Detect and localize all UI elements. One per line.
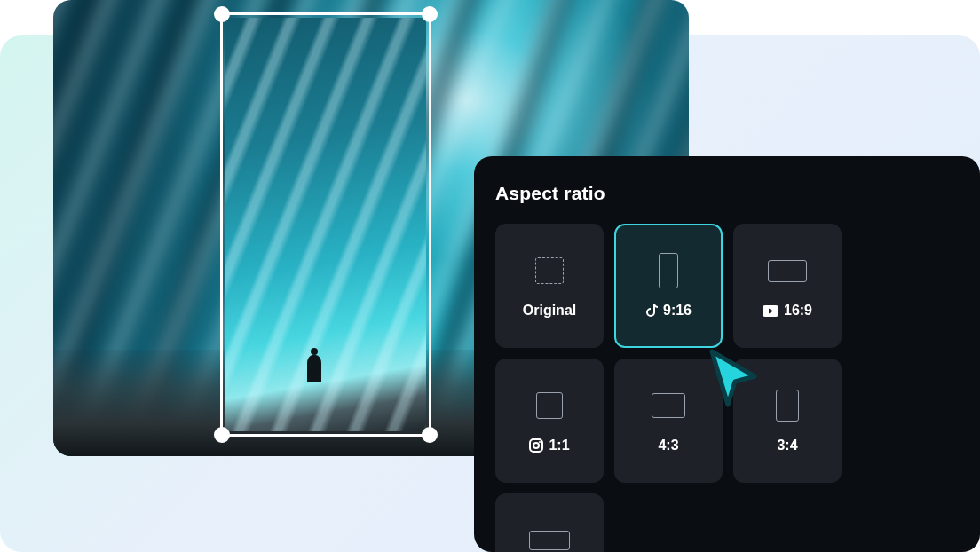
ratio-shape-preview xyxy=(652,388,685,423)
tiktok-icon xyxy=(645,304,658,318)
ratio-label-text: 9:16 xyxy=(663,303,692,319)
ratio-shape-preview xyxy=(768,253,807,288)
ratio-shape-preview xyxy=(529,523,570,552)
ratio-shape-icon xyxy=(652,393,685,418)
crop-handle-top-left[interactable] xyxy=(214,6,230,22)
ratio-label: 16:9 xyxy=(763,303,812,319)
ratio-option-1-1[interactable]: 1:1 xyxy=(495,359,604,483)
ratio-option-16-9[interactable]: 16:9 xyxy=(733,224,842,348)
ratio-shape-preview xyxy=(535,253,564,288)
crop-preview-content xyxy=(225,18,426,431)
ratio-option-4-3[interactable]: 4:3 xyxy=(614,359,723,483)
ratio-shape-icon xyxy=(529,531,570,550)
ratio-label: 3:4 xyxy=(777,438,797,453)
svg-rect-1 xyxy=(530,439,542,452)
youtube-icon xyxy=(763,305,778,317)
ratio-label: 4:3 xyxy=(658,438,678,453)
ratio-shape-icon xyxy=(659,253,678,288)
ratio-option-3-4[interactable]: 3:4 xyxy=(733,359,842,483)
ratio-option-original[interactable]: Original xyxy=(495,224,604,348)
aspect-ratio-panel: Aspect ratio Original9:1616:91:14:33:42:… xyxy=(474,156,980,552)
ratio-shape-icon xyxy=(776,390,799,422)
ratio-shape-icon xyxy=(768,260,807,282)
crop-handle-bottom-right[interactable] xyxy=(422,427,438,443)
ratio-option-9-16[interactable]: 9:16 xyxy=(614,224,723,348)
ratio-shape-preview xyxy=(776,388,799,423)
crop-handle-bottom-left[interactable] xyxy=(214,427,230,443)
ratio-label-text: 1:1 xyxy=(549,438,569,453)
crop-frame[interactable] xyxy=(220,12,431,437)
ratio-shape-preview xyxy=(536,388,563,423)
instagram-icon xyxy=(529,438,543,453)
ratio-label: 1:1 xyxy=(529,438,569,453)
svg-point-3 xyxy=(539,441,541,443)
ratio-label: 9:16 xyxy=(645,303,692,319)
panel-title: Aspect ratio xyxy=(495,183,959,204)
ratio-label-text: 3:4 xyxy=(777,438,797,453)
ratio-grid: Original9:1616:91:14:33:42:1 xyxy=(495,224,959,552)
ratio-label: Original xyxy=(523,303,576,319)
ratio-label-text: Original xyxy=(523,303,576,319)
crop-handle-top-right[interactable] xyxy=(422,6,438,22)
ratio-shape-icon xyxy=(535,257,564,284)
ratio-shape-preview xyxy=(659,253,678,288)
ratio-label-text: 16:9 xyxy=(784,303,812,319)
ratio-label-text: 4:3 xyxy=(658,438,678,453)
hiker-silhouette xyxy=(307,355,321,382)
ratio-shape-icon xyxy=(536,392,563,419)
svg-point-2 xyxy=(533,443,539,448)
ratio-option-2-1[interactable]: 2:1 xyxy=(495,493,604,552)
